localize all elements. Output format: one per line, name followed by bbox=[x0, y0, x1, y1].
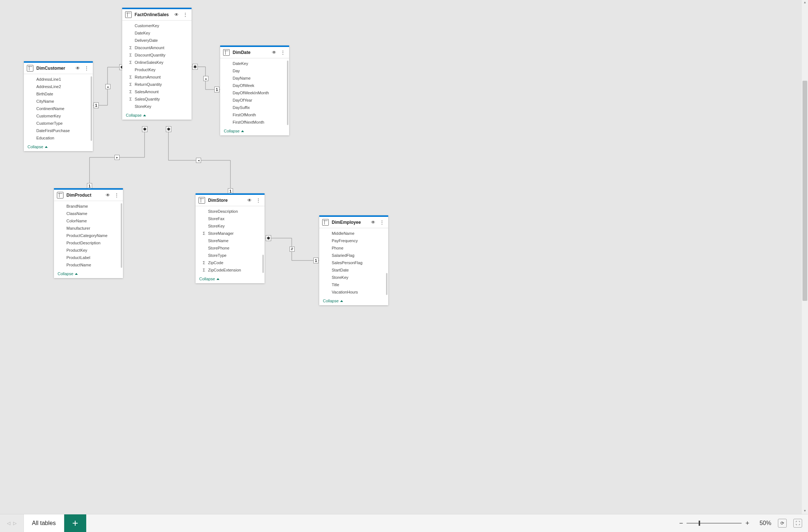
field-item[interactable]: ΣProductName bbox=[54, 261, 123, 269]
field-item[interactable]: ΣCustomerKey bbox=[24, 112, 93, 120]
more-options-icon[interactable]: ⋮ bbox=[280, 50, 286, 55]
visibility-icon[interactable]: 👁 bbox=[105, 193, 111, 198]
field-item[interactable]: ΣStoreKey bbox=[122, 103, 192, 110]
field-item[interactable]: ΣPhone bbox=[319, 244, 388, 252]
table-header[interactable]: FactOnlineSales 👁 ⋮ bbox=[122, 9, 192, 21]
field-item[interactable]: ΣOnlineSalesKey bbox=[122, 59, 192, 66]
scrollbar[interactable] bbox=[121, 203, 122, 268]
field-item[interactable]: ΣZipCodeExtension bbox=[196, 266, 265, 274]
field-item[interactable]: ΣReturnQuantity bbox=[122, 81, 192, 88]
table-header[interactable]: DimDate 👁 ⋮ bbox=[220, 47, 289, 58]
field-item[interactable]: ΣCityName bbox=[24, 98, 93, 105]
table-dimemployee[interactable]: DimEmployee 👁 ⋮ ΣMiddleName ΣPayFrequenc… bbox=[319, 215, 388, 305]
field-item[interactable]: ΣStoreDescription bbox=[196, 208, 265, 215]
field-item[interactable]: ΣContinentName bbox=[24, 105, 93, 112]
field-item[interactable]: ΣDaySuffix bbox=[220, 104, 289, 111]
field-item[interactable]: ΣTitle bbox=[319, 281, 388, 288]
field-item[interactable]: ΣProductLabel bbox=[54, 254, 123, 261]
table-header[interactable]: DimEmployee 👁 ⋮ bbox=[319, 217, 388, 228]
field-item[interactable]: ΣDayOfWeekInMonth bbox=[220, 89, 289, 96]
field-item[interactable]: ΣAddressLine1 bbox=[24, 76, 93, 83]
table-factonlinesales[interactable]: FactOnlineSales 👁 ⋮ ΣCustomerKey ΣDateKe… bbox=[122, 8, 192, 120]
field-item[interactable]: ΣReturnAmount bbox=[122, 73, 192, 81]
filter-direction-icon[interactable]: ▴ bbox=[105, 84, 110, 89]
field-item[interactable]: ΣDiscountQuantity bbox=[122, 51, 192, 59]
zoom-slider[interactable] bbox=[687, 523, 742, 524]
table-dimstore[interactable]: DimStore 👁 ⋮ ΣStoreDescription ΣStoreFax… bbox=[196, 193, 265, 283]
field-item[interactable]: ΣDayOfWeek bbox=[220, 82, 289, 89]
field-item[interactable]: ΣStorePhone bbox=[196, 244, 265, 252]
visibility-icon[interactable]: 👁 bbox=[271, 50, 277, 55]
field-item[interactable]: ΣAddressLine2 bbox=[24, 83, 93, 90]
field-item[interactable]: ΣStoreKey bbox=[196, 222, 265, 230]
table-dimdate[interactable]: DimDate 👁 ⋮ ΣDateKey ΣDay ΣDayName ΣDayO… bbox=[220, 45, 289, 135]
field-item[interactable]: ΣSalesAmount bbox=[122, 88, 192, 95]
layout-tab-all-tables[interactable]: All tables bbox=[24, 514, 64, 532]
scroll-up-icon[interactable]: ▴ bbox=[802, 0, 807, 6]
more-options-icon[interactable]: ⋮ bbox=[83, 66, 90, 71]
filter-direction-icon[interactable]: ▴ bbox=[203, 76, 208, 81]
collapse-button[interactable]: Collapse bbox=[54, 270, 123, 278]
field-item[interactable]: ΣMiddleName bbox=[319, 230, 388, 237]
table-dimproduct[interactable]: DimProduct 👁 ⋮ ΣBrandName ΣClassName ΣCo… bbox=[54, 188, 123, 278]
visibility-icon[interactable]: 👁 bbox=[246, 198, 253, 203]
field-item[interactable]: ΣStoreName bbox=[196, 237, 265, 244]
vertical-scrollbar[interactable]: ▴ ▾ bbox=[802, 0, 808, 514]
field-item[interactable]: ΣBrandName bbox=[54, 203, 123, 210]
filter-direction-icon[interactable]: ◂ bbox=[196, 158, 201, 163]
table-header[interactable]: DimProduct 👁 ⋮ bbox=[54, 190, 123, 201]
zoom-in-button[interactable]: + bbox=[745, 520, 749, 527]
zoom-out-button[interactable]: − bbox=[679, 520, 683, 527]
field-item[interactable]: ΣProductKey bbox=[122, 66, 192, 73]
scrollbar[interactable] bbox=[287, 61, 288, 125]
model-canvas[interactable]: 1 ✱ ▴ ✱ 1 ▴ ✱ 1 ▸ ✱ 1 ◂ ✱ 1 ⇵ DimCustome… bbox=[0, 0, 808, 532]
tab-nav-arrows[interactable]: ◁ ▷ bbox=[0, 514, 24, 532]
field-item[interactable]: ΣCustomerKey bbox=[122, 22, 192, 29]
visibility-icon[interactable]: 👁 bbox=[370, 220, 376, 225]
field-item[interactable]: ΣProductDescription bbox=[54, 239, 123, 247]
field-item[interactable]: ΣStoreManager bbox=[196, 230, 265, 237]
more-options-icon[interactable]: ⋮ bbox=[113, 193, 120, 198]
collapse-button[interactable]: Collapse bbox=[319, 297, 388, 305]
collapse-button[interactable]: Collapse bbox=[196, 275, 265, 283]
more-options-icon[interactable]: ⋮ bbox=[379, 220, 385, 225]
field-item[interactable]: ΣFirstOfMonth bbox=[220, 111, 289, 119]
field-item[interactable]: ΣProductCategoryName bbox=[54, 232, 123, 239]
field-item[interactable]: ΣFirstOfNextMonth bbox=[220, 119, 289, 126]
scrollbar[interactable] bbox=[91, 76, 92, 141]
field-item[interactable]: ΣSalariedFlag bbox=[319, 252, 388, 259]
scrollbar[interactable] bbox=[386, 273, 387, 295]
collapse-button[interactable]: Collapse bbox=[122, 112, 192, 120]
field-item[interactable]: ΣStoreKey bbox=[319, 274, 388, 281]
field-list[interactable]: ΣStoreDescription ΣStoreFax ΣStoreKey ΣS… bbox=[196, 206, 265, 275]
field-item[interactable]: ΣDayName bbox=[220, 74, 289, 82]
field-list[interactable]: ΣAddressLine1 ΣAddressLine2 ΣBirthDate Σ… bbox=[24, 74, 93, 143]
field-item[interactable]: ΣStoreFax bbox=[196, 215, 265, 222]
zoom-thumb[interactable] bbox=[699, 521, 700, 526]
field-item[interactable]: ΣDeliveryDate bbox=[122, 37, 192, 44]
collapse-button[interactable]: Collapse bbox=[24, 143, 93, 151]
field-item[interactable]: ΣColorName bbox=[54, 217, 123, 225]
field-list[interactable]: ΣBrandName ΣClassName ΣColorName ΣManufa… bbox=[54, 201, 123, 270]
field-item[interactable]: ΣEducation bbox=[24, 134, 93, 142]
field-item[interactable]: ΣDateKey bbox=[220, 60, 289, 67]
field-item[interactable]: ΣManufacturer bbox=[54, 225, 123, 232]
field-item[interactable]: ΣDayOfYear bbox=[220, 96, 289, 104]
field-item[interactable]: ΣBirthDate bbox=[24, 90, 93, 98]
field-list[interactable]: ΣDateKey ΣDay ΣDayName ΣDayOfWeek ΣDayOf… bbox=[220, 58, 289, 127]
filter-direction-icon[interactable]: ▸ bbox=[114, 155, 120, 160]
next-tab-icon[interactable]: ▷ bbox=[13, 521, 17, 526]
field-item[interactable]: ΣStartDate bbox=[319, 266, 388, 274]
field-item[interactable]: ΣDateFirstPurchase bbox=[24, 127, 93, 134]
add-layout-button[interactable]: + bbox=[64, 514, 86, 532]
more-options-icon[interactable]: ⋮ bbox=[255, 198, 262, 203]
collapse-button[interactable]: Collapse bbox=[220, 127, 289, 135]
field-item[interactable]: ΣClassName bbox=[54, 210, 123, 217]
scrollbar[interactable] bbox=[262, 255, 264, 273]
field-item[interactable]: ΣSalesQuantity bbox=[122, 95, 192, 103]
table-header[interactable]: DimStore 👁 ⋮ bbox=[196, 195, 265, 206]
more-options-icon[interactable]: ⋮ bbox=[182, 12, 189, 17]
filter-direction-icon[interactable]: ⇵ bbox=[290, 247, 295, 252]
visibility-icon[interactable]: 👁 bbox=[173, 12, 180, 17]
scroll-down-icon[interactable]: ▾ bbox=[802, 509, 807, 514]
